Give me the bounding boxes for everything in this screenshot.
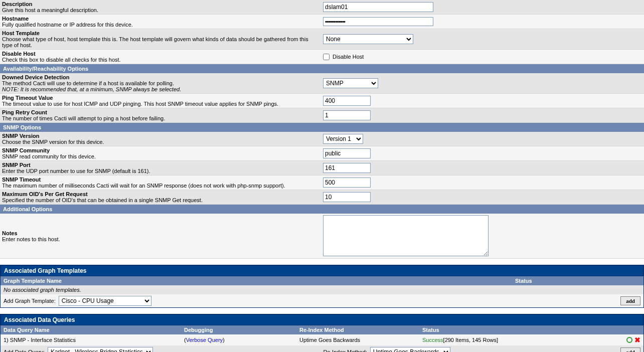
additional-options-header: Additional Options [0, 205, 644, 214]
adq-col-name: Data Query Name [4, 327, 184, 333]
ping-timeout-input[interactable] [323, 96, 371, 106]
row-snmp-port: SNMP Port Enter the UDP port number to u… [0, 161, 644, 175]
downed-detection-desc: The method Cacti will use to determine i… [2, 80, 318, 86]
description-input[interactable] [323, 2, 433, 12]
notes-desc: Enter notes to this host. [2, 236, 318, 242]
row-host-template: Host Template Choose what type of host, … [0, 29, 644, 50]
snmp-community-input[interactable] [323, 148, 371, 158]
adq-header: Associated Data Queries [1, 314, 643, 325]
snmp-community-title: SNMP Community [2, 147, 318, 153]
hostname-input[interactable]: •••••••••••••• [325, 19, 345, 25]
description-title: Description [2, 1, 318, 7]
adq-add-label: Add Data Query: [4, 349, 45, 352]
adq-row-num: 1) [4, 337, 9, 343]
agt-footer: Add Graph Template: Cisco - CPU Usage ad… [1, 294, 643, 307]
row-snmp-community: SNMP Community SNMP read community for t… [0, 146, 644, 161]
snmp-port-desc: Enter the UDP port number to use for SNM… [2, 168, 318, 174]
adq-verbose-query-link[interactable]: Verbose Query [186, 337, 223, 343]
associated-graph-templates-box: Associated Graph Templates Graph Templat… [0, 265, 644, 308]
row-ping-retry: Ping Retry Count The number of times Cac… [0, 108, 644, 123]
adq-select[interactable]: Karlnet - Wireless Bridge Statistics [48, 347, 153, 352]
snmp-port-title: SNMP Port [2, 162, 318, 168]
hostname-title: Hostname [2, 16, 318, 22]
row-max-oids: Maximum OID's Per Get Request Specified … [0, 190, 644, 205]
adq-footer: Add Data Query: Karlnet - Wireless Bridg… [1, 345, 643, 352]
host-template-desc: Choose what type of host, host template … [2, 36, 318, 48]
ping-retry-title: Ping Retry Count [2, 109, 318, 115]
ping-timeout-desc: The timeout value to use for host ICMP a… [2, 101, 318, 107]
downed-detection-select[interactable]: SNMP [323, 78, 378, 88]
adq-reindex-label: Re-Index Method: [323, 349, 367, 352]
ping-retry-desc: The number of times Cacti will attempt t… [2, 115, 318, 121]
host-template-title: Host Template [2, 30, 318, 36]
adq-row-name: SNMP - Interface Statistics [10, 337, 76, 343]
adq-sub-header: Data Query Name Debugging Re-Index Metho… [1, 325, 643, 334]
row-hostname: Hostname Fully qualified hostname or IP … [0, 15, 644, 29]
adq-row-status-word: Success [422, 337, 443, 343]
disable-host-label: Disable Host [333, 54, 364, 60]
row-description: Description Give this host a meaningful … [0, 0, 644, 15]
snmp-version-desc: Choose the SNMP version for this device. [2, 139, 318, 145]
agt-sub-header: Graph Template Name Status [1, 276, 643, 285]
row-disable-host: Disable Host Check this box to disable a… [0, 50, 644, 64]
adq-add-button[interactable]: add [620, 347, 640, 352]
agt-header: Associated Graph Templates [1, 265, 643, 276]
row-downed-detection: Downed Device Detection The method Cacti… [0, 73, 644, 94]
disable-host-title: Disable Host [2, 51, 318, 57]
snmp-version-title: SNMP Version [2, 133, 318, 139]
agt-add-button[interactable]: add [620, 296, 640, 305]
ping-timeout-title: Ping Timeout Value [2, 95, 318, 101]
adq-row-reindex: Uptime Goes Backwards [299, 337, 422, 343]
reload-icon[interactable] [626, 337, 632, 343]
snmp-timeout-desc: The maximum number of milliseconds Cacti… [2, 183, 318, 189]
agt-col-status: Status [515, 278, 532, 284]
snmp-options-header: SNMP Options [0, 123, 644, 132]
agt-add-label: Add Graph Template: [4, 298, 56, 304]
downed-detection-title: Downed Device Detection [2, 74, 318, 80]
max-oids-title: Maximum OID's Per Get Request [2, 191, 318, 197]
agt-select[interactable]: Cisco - CPU Usage [59, 296, 151, 306]
agt-empty: No associated graph templates. [1, 285, 643, 294]
adq-row: 1) SNMP - Interface Statistics (Verbose … [1, 334, 643, 345]
host-template-select[interactable]: None [323, 34, 413, 44]
adq-col-reindex: Re-Index Method [299, 327, 422, 333]
max-oids-input[interactable] [323, 192, 371, 202]
row-snmp-timeout: SNMP Timeout The maximum number of milli… [0, 175, 644, 190]
snmp-version-select[interactable]: Version 1 [323, 134, 363, 144]
disable-host-desc: Check this box to disable all checks for… [2, 57, 318, 63]
remove-icon[interactable]: ✖ [634, 336, 640, 344]
snmp-timeout-input[interactable] [323, 178, 371, 188]
downed-detection-note: NOTE: It is recommended that, at a minim… [2, 86, 318, 92]
adq-col-debug: Debugging [184, 327, 299, 333]
notes-title: Notes [2, 230, 318, 236]
adq-row-status-detail: [290 Items, 145 Rows] [443, 337, 498, 343]
snmp-port-input[interactable] [323, 163, 371, 173]
row-snmp-version: SNMP Version Choose the SNMP version for… [0, 132, 644, 146]
ping-retry-input[interactable] [323, 110, 371, 120]
agt-col-name: Graph Template Name [4, 278, 515, 284]
disable-host-checkbox[interactable] [323, 54, 330, 60]
adq-reindex-select[interactable]: Uptime Goes Backwards [370, 347, 450, 352]
row-notes: Notes Enter notes to this host. [0, 214, 644, 259]
description-desc: Give this host a meaningful description. [2, 7, 318, 13]
max-oids-desc: Specified the number of OID's that can b… [2, 197, 318, 203]
adq-col-status: Status [422, 327, 640, 333]
row-ping-timeout: Ping Timeout Value The timeout value to … [0, 94, 644, 108]
snmp-community-desc: SNMP read community for this device. [2, 153, 318, 159]
hostname-desc: Fully qualified hostname or IP address f… [2, 22, 318, 28]
notes-textarea[interactable] [323, 215, 489, 256]
associated-data-queries-box: Associated Data Queries Data Query Name … [0, 314, 644, 352]
availability-header: Availability/Reachability Options [0, 64, 644, 73]
snmp-timeout-title: SNMP Timeout [2, 177, 318, 183]
